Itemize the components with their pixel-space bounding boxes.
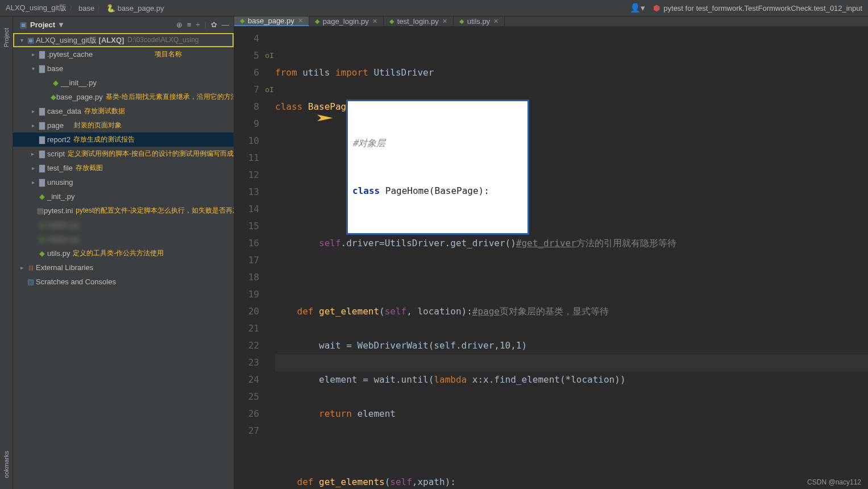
sidebar-title: Project	[30, 20, 55, 29]
python-file-icon: ◆	[315, 18, 319, 25]
pytest-run-icon: ⬢	[653, 3, 660, 13]
tab-base-page[interactable]: ◆base_page.py✕	[234, 16, 309, 26]
folder-icon: ▇	[37, 104, 47, 118]
close-icon[interactable]: ✕	[372, 18, 377, 25]
python-file-icon: ◆	[240, 17, 244, 24]
tree-file-base-page[interactable]: ◆base_page.py基类-给后期找元素直接继承，沿用它的方法	[13, 90, 234, 104]
current-line-highlight	[275, 354, 868, 371]
folder-icon: ▇	[37, 161, 47, 175]
tree-folder-script[interactable]: ▸▇script定义测试用例的脚本-按自己的设计的测试用例编写而成	[13, 147, 234, 161]
dropdown-icon[interactable]: ▼	[57, 20, 65, 29]
tree-folder-case-data[interactable]: ▸▇case_data存放测试数据	[13, 104, 234, 118]
tree-folder-unusing[interactable]: ▸▇unusing	[13, 175, 234, 189]
overlay-comment: #对象层	[352, 135, 523, 151]
collapse-all-icon[interactable]: ÷	[196, 20, 200, 29]
hide-icon[interactable]: —	[222, 20, 229, 29]
folder-icon: ▇	[37, 47, 47, 61]
tree-scratches[interactable]: ▧Scratches and Consoles	[13, 275, 234, 289]
tree-file-init[interactable]: ◆__init__.py	[13, 76, 234, 90]
annotation-label: 基类-给后期找元素直接继承，沿用它的方法	[106, 90, 234, 104]
libraries-icon: ⫼	[26, 260, 36, 275]
line-number-gutter: 4567891011121314151617181920212223242526…	[234, 27, 264, 489]
python-file-icon: ◆	[37, 218, 47, 232]
breadcrumb-folder[interactable]: base	[78, 4, 94, 13]
project-icon: ▣	[20, 20, 27, 29]
python-file-icon: ◆	[459, 18, 464, 25]
project-tool-button[interactable]: Project	[3, 28, 10, 47]
divider-icon: |	[205, 20, 206, 29]
tree-file-init2[interactable]: ◆_init_.py	[13, 189, 234, 204]
annotation-arrow-icon: ➤	[315, 110, 335, 127]
code-area[interactable]: 4567891011121314151617181920212223242526…	[234, 27, 868, 489]
expand-icon[interactable]: ▾	[18, 33, 26, 47]
folder-icon: ▇	[37, 132, 47, 147]
python-file-icon: ◆	[37, 246, 47, 260]
code-text[interactable]: from utils import UtilsDriver class Base…	[275, 27, 868, 489]
tree-file-pytest-ini[interactable]: ▤pytest.inipytest的配置文件-决定脚本怎么执行，如失败是否再次执…	[13, 204, 234, 218]
tree-file-utils[interactable]: ◆utils.py定义的工具类-作公共方法使用	[13, 246, 234, 260]
run-config-label: pytest for test_formwork.TestFormworkChe…	[663, 4, 862, 13]
annotation-label: 项目名称	[155, 47, 182, 61]
python-file-icon: ◆	[389, 18, 394, 25]
breadcrumb-root[interactable]: ALXQ_using_git版	[6, 3, 67, 13]
expand-all-icon[interactable]: ≡	[187, 20, 192, 29]
watermark-label: CSDN @nacy112	[807, 478, 861, 486]
python-file-icon: ◆	[37, 232, 47, 246]
tool-window-stripe: Project ookmarks	[0, 16, 13, 489]
fold-gutter: oIoI	[264, 27, 275, 489]
run-configuration-selector[interactable]: ⬢ pytest for test_formwork.TestFormworkC…	[653, 3, 862, 13]
tab-utils[interactable]: ◆utils.py✕	[454, 16, 505, 26]
code-popup-overlay: #对象层 class PageHome(BasePage):	[346, 100, 529, 235]
scratches-icon: ▧	[26, 275, 36, 289]
tree-root[interactable]: ▾ ▣ ALXQ_using_git版 [ALXQ] D:\03code\ALX…	[13, 33, 234, 47]
python-file-icon: ◆	[51, 76, 61, 90]
tree-folder-test-file[interactable]: ▸▇test_file存放截图	[13, 161, 234, 175]
editor-pane: ◆base_page.py✕ ◆page_login.py✕ ◆test_log…	[234, 16, 868, 489]
close-icon[interactable]: ✕	[493, 18, 499, 25]
breadcrumb-sep-icon: 〉	[69, 3, 76, 13]
user-icon[interactable]: 👤▾	[630, 3, 645, 13]
python-file-icon: 🐍	[106, 4, 118, 13]
folder-icon: ▇	[37, 61, 47, 76]
tree-folder-pytest-cache[interactable]: ▸▇.pytest_cache	[13, 47, 234, 61]
breadcrumb-file[interactable]: 🐍 base_page.py	[106, 4, 164, 13]
python-file-icon: ◆	[37, 189, 47, 204]
tree-folder-report2[interactable]: ▇report2存放生成的测试报告	[13, 132, 234, 147]
close-icon[interactable]: ✕	[442, 18, 447, 25]
implements-marker-icon[interactable]: oI	[264, 47, 275, 64]
tree-file-hidden[interactable]: ◆hidden.py	[13, 232, 234, 246]
tree-folder-base[interactable]: ▾▇base	[13, 61, 234, 76]
settings-icon[interactable]: ✿	[211, 20, 217, 29]
sidebar-toolbar: ⊕ ≡ ÷ | ✿ —	[176, 20, 234, 29]
breadcrumb-sep-icon: 〉	[97, 3, 104, 13]
folder-icon: ▇	[37, 118, 47, 132]
folder-icon: ▇	[37, 147, 47, 161]
sidebar-header: ▣ Project ▼ ⊕ ≡ ÷ | ✿ —	[13, 16, 234, 33]
tree-external-libraries[interactable]: ▸⫼External Libraries	[13, 260, 234, 275]
top-breadcrumb-bar: ALXQ_using_git版 〉 base 〉 🐍 base_page.py …	[0, 0, 868, 16]
locate-icon[interactable]: ⊕	[176, 20, 182, 29]
implements-marker-icon[interactable]: oI	[264, 81, 275, 98]
project-folder-icon: ▣	[26, 33, 36, 47]
project-tree[interactable]: ▾ ▣ ALXQ_using_git版 [ALXQ] D:\03code\ALX…	[13, 33, 234, 489]
bookmarks-tool-button[interactable]: ookmarks	[3, 451, 10, 478]
tab-test-login[interactable]: ◆test_login.py✕	[384, 16, 454, 26]
editor-tabs: ◆base_page.py✕ ◆page_login.py✕ ◆test_log…	[234, 16, 868, 27]
project-sidebar: ▣ Project ▼ ⊕ ≡ ÷ | ✿ — ▾ ▣ ALXQ_using_g…	[13, 16, 234, 489]
ini-file-icon: ▤	[37, 204, 44, 218]
folder-icon: ▇	[37, 175, 47, 189]
tree-folder-page[interactable]: ▸▇page封装的页面对象	[13, 118, 234, 132]
close-icon[interactable]: ✕	[298, 17, 303, 24]
tab-page-login[interactable]: ◆page_login.py✕	[309, 16, 384, 26]
tree-file-hidden[interactable]: ◆hidden.py	[13, 218, 234, 232]
python-file-icon: ◆	[51, 90, 56, 104]
